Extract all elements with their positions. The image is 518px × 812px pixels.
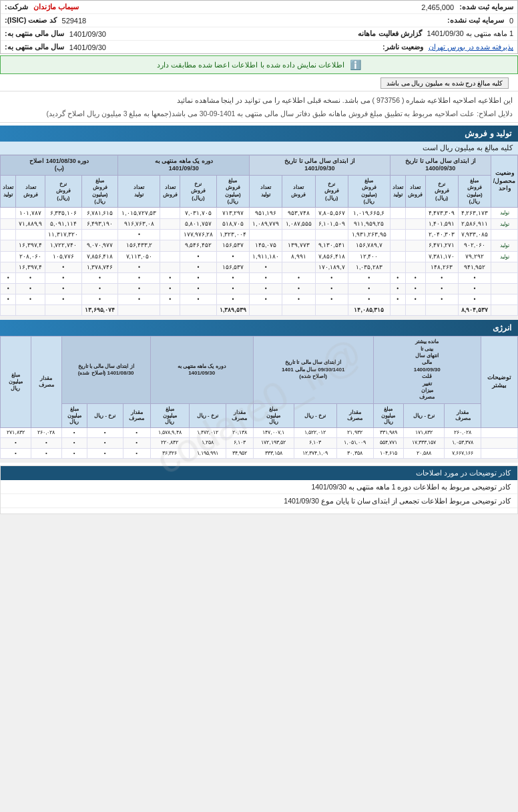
production-cell-r2-c3 <box>405 230 425 240</box>
production-cell-r2-c6 <box>315 230 348 240</box>
production-cell-r3-c0: تولید <box>491 240 518 251</box>
production-cell-r0-c11 <box>160 208 180 218</box>
footer-note-2: کادر توضیحی مربوط اطلاعات تجمعی از ابتدا… <box>1 494 517 508</box>
production-cell-r8-c1: • <box>458 294 491 305</box>
th-period2: دوره یک ماهه منتهی به1401/09/30 <box>118 155 250 175</box>
energy-cell-r1-c5: ۶,۱۰۳ <box>294 438 336 448</box>
production-cell-r2-c0 <box>491 230 518 240</box>
all-data-button[interactable]: کلیه مبالغ درج شده به میلیون ریال می باش… <box>380 77 509 89</box>
capital-reg-label: سرمایه ثبت نشده: <box>447 16 504 25</box>
production-cell-r3-c6: ۹,۱۳۰,۵۴۱ <box>315 240 348 251</box>
production-cell-r7-c0 <box>491 284 518 294</box>
production-cell-r8-c14: • <box>45 294 81 305</box>
energy-cell-r0-c7: ۲۰,۱۳۸ <box>226 428 253 438</box>
disclaimer-text2: دلایل اصلاح: علت اصلاحیه مربوط به تطبیق … <box>5 109 513 120</box>
production-cell-r8-c5: • <box>348 294 390 305</box>
production-cell-r5-c0 <box>491 262 518 273</box>
production-cell-r9-c1: ۸,۹۰۴,۵۳۷ <box>458 305 491 316</box>
production-cell-r9-c9: ۱,۳۸۹,۵۳۹ <box>216 305 249 316</box>
th-period1: دوره 1401/08/30 اصلاح(ب) <box>1 155 118 175</box>
th-p3-price: نرخفروش(ریال) <box>315 175 348 208</box>
production-cell-r0-c15: ۱۰۱,۷۸۷ <box>16 208 45 218</box>
production-cell-r4-c1: ۷۹,۲۹۲ <box>458 251 491 262</box>
production-cell-r9-c2 <box>425 305 458 316</box>
isic-value: 529418 <box>62 17 87 25</box>
report-period: 1 ماهه منتهی به 1401/09/30 <box>427 29 513 38</box>
energy-cell-r2-c2: ۲۰,۵۸۸ <box>404 448 445 458</box>
th-energy-p3: از ابتدای سال مالی تا تاریخ09/30/1401 سا… <box>253 337 373 404</box>
production-cell-r0-c10: ۷,۰۳۱,۷۰۵ <box>180 208 217 218</box>
production-cell-r2-c10: ۱۷۷,۹۷۶,۲۸ <box>180 230 217 240</box>
production-cell-r6-c14: • <box>45 273 81 284</box>
production-cell-r5-c13: ۱,۳۷۸,۷۴۶ <box>81 262 118 273</box>
production-cell-r1-c9: ۵۱۸,۷۰۵ <box>216 218 249 229</box>
production-cell-r7-c3: • <box>405 284 425 294</box>
energy-cell-r2-c3: ۱۰۴,۶۱۵ <box>373 448 404 458</box>
energy-cell-r2-c8: ۱,۱۹۵,۹۹۱ <box>189 448 226 458</box>
production-cell-r6-c1: • <box>458 273 491 284</box>
production-cell-r1-c10: ۵,۸۰۱,۷۵۷ <box>180 218 217 229</box>
production-cell-r7-c16: • <box>1 284 16 294</box>
footer-notes: کادر توضیحات در مورد اصلاحات کادر توضیحی… <box>0 465 518 514</box>
production-cell-r5-c2: ۱۴۸,۲۶۳ <box>425 262 458 273</box>
info-banner: ℹ️ اطلاعات نمایش داده شده با اطلاعات اعض… <box>0 55 518 74</box>
production-cell-r3-c13: ۹,۰۷۰,۹۷۷ <box>81 240 118 251</box>
energy-cell-r0-c3: ۳۳۱,۹۸۹ <box>373 428 404 438</box>
production-cell-r7-c11: • <box>160 284 180 294</box>
energy-cell-r1-c12: • <box>61 438 87 448</box>
production-cell-r2-c4 <box>390 230 405 240</box>
energy-cell-r2-c0 <box>481 448 518 458</box>
production-cell-r8-c10: • <box>180 294 217 305</box>
production-cell-r9-c14 <box>45 305 81 316</box>
energy-cell-r0-c10: • <box>123 428 150 438</box>
th-p1-qty-sale: تعدادفروش <box>16 175 45 208</box>
th-p2-amount: مبلغفروش(میلیونریال) <box>216 175 249 208</box>
fiscal-label: سال مالی منتهی به: <box>5 29 64 38</box>
energy-cell-r2-c12: • <box>61 448 87 458</box>
production-cell-r3-c16 <box>1 240 16 251</box>
production-cell-r0-c5: ۱,۰۱۹,۶۶۵,۶ <box>348 208 390 218</box>
production-cell-r9-c12 <box>118 305 160 316</box>
production-cell-r4-c12: ۷,۱۱۳,۰۵۰ <box>118 251 160 262</box>
status-value: پذیرفته شده در بورس تهران <box>429 43 513 51</box>
energy-section-header: انرژی <box>0 320 518 336</box>
production-cell-r6-c8: • <box>250 273 282 284</box>
energy-table: توضیحاتبیشتر مانده بیشتربینی تاانتهای سا… <box>0 336 518 459</box>
th-e-p1-amount: مبلغمیلیونریال <box>61 403 87 427</box>
energy-cell-r0-c5: ۱,۵۲۲,۰۱۲ <box>294 428 336 438</box>
disclaimer-section: این اطلاعیه اصلاحیه اطلاعیه شماره ( 9737… <box>0 93 518 123</box>
production-cell-r4-c7: ۸,۹۹۱ <box>282 251 315 262</box>
production-cell-r7-c14: • <box>45 284 81 294</box>
energy-cell-r1-c10: • <box>123 438 150 448</box>
energy-cell-r1-c9: ۲۲۰,۸۴۲ <box>150 438 189 448</box>
production-cell-r8-c6: • <box>315 294 348 305</box>
production-cell-r2-c13 <box>81 230 118 240</box>
production-cell-r8-c13: • <box>81 294 118 305</box>
th-energy-p4: مانده بیشتربینی تاانتهای سالمالی1400/09/… <box>373 337 481 404</box>
production-cell-r6-c2: • <box>425 273 458 284</box>
production-cell-r7-c2: • <box>425 284 458 294</box>
production-cell-r2-c15 <box>16 230 45 240</box>
production-cell-r4-c14: ۱۰۵,۷۷۶ <box>45 251 81 262</box>
production-cell-r2-c7 <box>282 230 315 240</box>
energy-cell-r0-c4: ۲۱,۹۳۲ <box>336 428 373 438</box>
production-cell-r4-c5: ۱۲,۴۰۰ <box>348 251 390 262</box>
production-sub-header: کلیه مبالغ به میلیون ریال است <box>0 142 518 155</box>
production-cell-r3-c11 <box>160 240 180 251</box>
energy-cell-r0-c6: ۱۴۷,۰۰۷,۱ <box>253 428 294 438</box>
th-p1-qty-prod: تعدادتولید <box>1 175 16 208</box>
production-cell-r0-c9: ۷۱۳,۲۹۷ <box>216 208 249 218</box>
th-energy-change-qty: مقدارمصرف <box>31 337 61 428</box>
production-cell-r4-c2: ۷,۳۸۱,۱۷۰ <box>425 251 458 262</box>
production-cell-r1-c1: ۲,۵۸۶,۹۱۱ <box>458 218 491 229</box>
production-cell-r0-c2: ۴,۴۷۳,۳۰۹ <box>425 208 458 218</box>
production-cell-r6-c10: • <box>180 273 217 284</box>
production-cell-r7-c12: • <box>118 284 160 294</box>
production-cell-r4-c10: • <box>180 251 217 262</box>
energy-cell-r0-c2: ۱۷۱,۸۳۲ <box>404 428 445 438</box>
energy-cell-r2-c13: • <box>31 448 61 458</box>
production-cell-r5-c6: ۱۷۰,۱۸۹,۷ <box>315 262 348 273</box>
production-cell-r4-c0: تولید <box>491 251 518 262</box>
production-cell-r3-c2: ۶,۴۷۱,۲۷۱ <box>425 240 458 251</box>
production-cell-r1-c12: ۹۱۶,۷۶۳,۰۸ <box>118 218 160 229</box>
